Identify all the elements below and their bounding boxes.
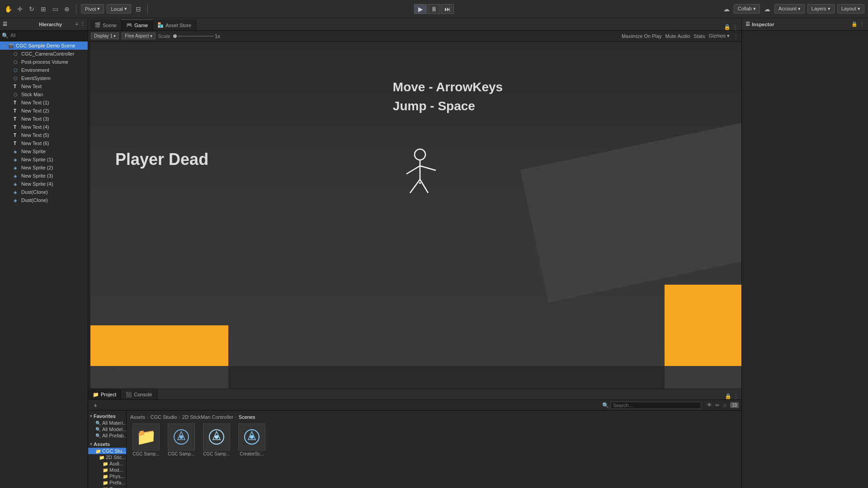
assets-audio[interactable]: 📁 Audi... bbox=[88, 460, 126, 467]
breadcrumb-cgc-studio[interactable]: CGC Studio bbox=[151, 414, 177, 420]
stats-label[interactable]: Stats bbox=[694, 33, 705, 39]
pencil-icon[interactable]: ✏ bbox=[715, 402, 720, 408]
favorites-section[interactable]: ▾ Favorites bbox=[88, 413, 126, 420]
hierarchy-item-18[interactable]: ◈Dust(Clone) bbox=[0, 188, 88, 196]
rotate-tool-icon[interactable]: ↻ bbox=[27, 5, 36, 14]
step-button[interactable]: ⏭ bbox=[441, 4, 454, 14]
folder-icon-models: 📁 bbox=[103, 468, 108, 473]
project-tab[interactable]: 📁 Project bbox=[88, 389, 121, 399]
aspect-button[interactable]: Free Aspect ▾ bbox=[122, 33, 155, 39]
console-tab[interactable]: ⬛ Console bbox=[121, 389, 157, 399]
assets-prefabs-label: Prefa... bbox=[109, 480, 125, 485]
more-menu-icon[interactable]: ⋮ bbox=[733, 33, 739, 39]
asset-item-scene3[interactable]: CreatorSc... bbox=[236, 423, 268, 456]
scale-track[interactable] bbox=[178, 36, 214, 37]
gizmos-button[interactable]: Gizmos ▾ bbox=[709, 33, 730, 39]
hand-tool-icon[interactable]: ✋ bbox=[4, 5, 13, 14]
assets-cgc-studio[interactable]: 📁 CGC Stu... bbox=[88, 448, 126, 454]
account-button[interactable]: Account ▾ bbox=[774, 4, 805, 14]
breadcrumb-2d-stickman[interactable]: 2D StickMan Controller bbox=[182, 414, 233, 420]
breadcrumb-scenes[interactable]: Scenes bbox=[239, 414, 255, 420]
hierarchy-item-15[interactable]: ◈New Sprite (2) bbox=[0, 164, 88, 172]
mute-audio-label[interactable]: Mute Audio bbox=[665, 33, 690, 39]
display-button[interactable]: Display 1 ▾ bbox=[91, 33, 119, 39]
collab-button[interactable]: Collab ▾ bbox=[734, 4, 760, 14]
hierarchy-item-2[interactable]: ⬡Post-process Volume bbox=[0, 58, 88, 66]
bottom-lock-icon[interactable]: 🔒 bbox=[725, 393, 731, 399]
hierarchy-item-3[interactable]: ⬡Environment bbox=[0, 66, 88, 74]
star-icon[interactable]: ☆ bbox=[722, 402, 727, 408]
maximize-on-play-label[interactable]: Maximize On Play bbox=[622, 33, 662, 39]
favorites-prefabs[interactable]: 🔍 All Prefab... bbox=[88, 432, 126, 439]
layout-button[interactable]: Layout ▾ bbox=[837, 4, 864, 14]
scene-tab[interactable]: 🎬 Scene bbox=[90, 19, 122, 30]
hierarchy-item-0[interactable]: ▾🎬CGC Sample Demo Scene bbox=[0, 42, 88, 50]
assets-2d-stick[interactable]: 📁 2D Stic... bbox=[88, 454, 126, 460]
hierarchy-item-7[interactable]: TNew Text (1) bbox=[0, 99, 88, 107]
hierarchy-item-5[interactable]: TNew Text bbox=[0, 82, 88, 90]
add-icon[interactable]: + bbox=[91, 401, 100, 410]
favorites-models[interactable]: 🔍 All Model... bbox=[88, 426, 126, 432]
search-input-bottom[interactable] bbox=[611, 402, 701, 409]
account-label: Account bbox=[778, 6, 797, 11]
asset-item-folder[interactable]: 📁 CGC Samp... bbox=[130, 423, 162, 456]
magnifier-icon: 🔍 bbox=[95, 421, 101, 426]
instructions-line1: Move - ArrowKeys bbox=[393, 78, 503, 97]
cloud2-icon[interactable]: ☁ bbox=[763, 5, 772, 14]
hierarchy-item-19[interactable]: ◈Dust(Clone) bbox=[0, 196, 88, 204]
hierarchy-menu-icon[interactable]: ⋮ bbox=[80, 21, 85, 27]
cloud-icon[interactable]: ☁ bbox=[722, 5, 731, 14]
search-icon: 🔍 bbox=[2, 33, 9, 39]
eye-icon[interactable]: 👁 bbox=[707, 402, 712, 408]
hierarchy-item-11[interactable]: TNew Text (5) bbox=[0, 131, 88, 139]
hierarchy-item-16[interactable]: ◈New Sprite (3) bbox=[0, 172, 88, 180]
asset-item-scene2[interactable]: CGC Samp... bbox=[201, 423, 232, 456]
hierarchy-item-14[interactable]: ◈New Sprite (1) bbox=[0, 155, 88, 164]
inspector-menu-icon[interactable]: ⋮ bbox=[859, 21, 864, 27]
asset-item-scene1[interactable]: CGC Samp... bbox=[165, 423, 197, 456]
pause-button[interactable]: ⏸ bbox=[428, 4, 440, 14]
console-tab-label: Console bbox=[134, 392, 152, 397]
project-sidebar: ▾ Favorites 🔍 All Materi... 🔍 All Model.… bbox=[88, 411, 127, 488]
move-tool-icon[interactable]: ✛ bbox=[15, 5, 24, 14]
game-viewport[interactable]: Move - ArrowKeys Jump - Space Player Dea… bbox=[88, 42, 741, 389]
bottom-menu-icon[interactable]: ⋮ bbox=[733, 393, 739, 399]
scale-tool-icon[interactable]: ⊞ bbox=[39, 5, 48, 14]
hierarchy-item-6[interactable]: ⬡Stick Man bbox=[0, 90, 88, 99]
assets-physics-label: Phys... bbox=[109, 474, 125, 479]
layers-button[interactable]: Layers ▾ bbox=[807, 4, 835, 14]
rect-tool-icon[interactable]: ▭ bbox=[51, 5, 60, 14]
hierarchy-item-8[interactable]: TNew Text (2) bbox=[0, 107, 88, 115]
assets-section[interactable]: ▾ Assets bbox=[88, 441, 126, 448]
hierarchy-item-4[interactable]: ⬡EventSystem bbox=[0, 74, 88, 82]
extra-tool-icon[interactable]: ⊟ bbox=[134, 5, 143, 14]
inspector-lock-icon[interactable]: 🔒 bbox=[851, 21, 858, 27]
pivot-button[interactable]: Pivot ▾ bbox=[81, 4, 104, 14]
hierarchy-item-13[interactable]: ◈New Sprite bbox=[0, 147, 88, 155]
assets-cgc-studio-label: CGC Stu... bbox=[102, 448, 126, 454]
transform-tool-icon[interactable]: ⊕ bbox=[62, 5, 71, 14]
tab-menu-icon[interactable]: ⋮ bbox=[732, 24, 738, 30]
assets-physics[interactable]: 📁 Phys... bbox=[88, 473, 126, 479]
bottom-right-icons: 👁 ✏ ☆ 19 bbox=[707, 402, 739, 408]
hierarchy-item-12[interactable]: TNew Text (6) bbox=[0, 139, 88, 147]
assets-prefabs[interactable]: 📁 Prefa... bbox=[88, 479, 126, 486]
local-label: Local bbox=[111, 6, 123, 12]
svg-point-9 bbox=[179, 435, 183, 439]
hierarchy-item-icon-14: ◈ bbox=[14, 157, 20, 162]
hierarchy-item-1[interactable]: ⬡CGC_CameraController bbox=[0, 50, 88, 58]
breadcrumb-assets[interactable]: Assets bbox=[130, 414, 145, 420]
hierarchy-item-10[interactable]: TNew Text (4) bbox=[0, 123, 88, 131]
hierarchy-add-icon[interactable]: + bbox=[75, 21, 78, 27]
favorites-materials[interactable]: 🔍 All Materi... bbox=[88, 420, 126, 426]
game-tab[interactable]: 🎮 Game bbox=[122, 19, 153, 30]
hierarchy-item-9[interactable]: TNew Text (3) bbox=[0, 115, 88, 123]
hierarchy-item-17[interactable]: ◈New Sprite (4) bbox=[0, 180, 88, 188]
asset-store-tab[interactable]: 🏪 Asset Store bbox=[153, 19, 196, 30]
assets-models[interactable]: 📁 Mod... bbox=[88, 467, 126, 473]
hierarchy-item-label-7: New Text (1) bbox=[21, 100, 49, 105]
lock-icon[interactable]: 🔒 bbox=[724, 24, 731, 30]
play-button[interactable]: ▶ bbox=[414, 4, 427, 14]
local-button[interactable]: Local ▾ bbox=[107, 4, 131, 14]
assets-scenes[interactable]: 📁 Scen... bbox=[88, 486, 126, 488]
